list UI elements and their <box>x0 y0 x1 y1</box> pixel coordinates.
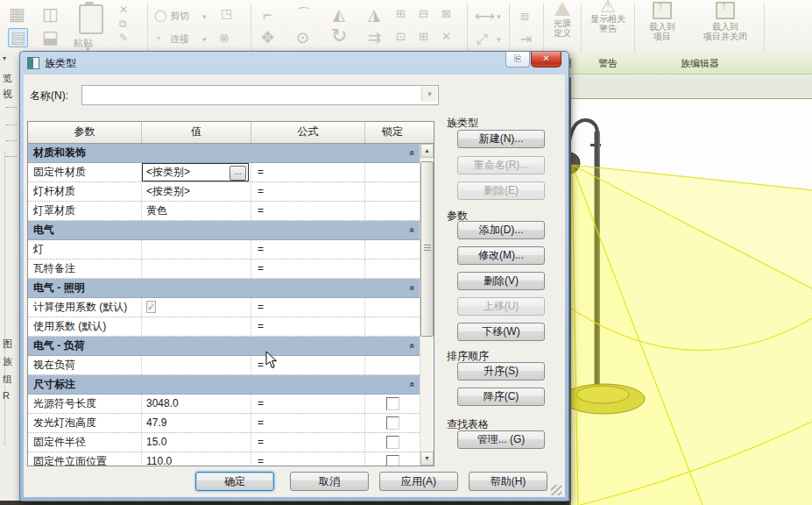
lock-cell[interactable] <box>365 452 420 466</box>
light-source-icon <box>554 2 570 16</box>
param-row: 瓦特备注= <box>28 260 420 279</box>
dialog-title-bar[interactable]: 族类型 <box>24 52 565 75</box>
modify-param-button[interactable]: 修改(M)... <box>457 246 545 265</box>
param-value-cell[interactable]: <按类别>… <box>142 163 251 181</box>
formula-cell[interactable]: = <box>251 317 365 336</box>
group-row[interactable]: 电气 - 照明 « <box>28 279 420 298</box>
param-row: 固定件半径15.0= <box>28 433 420 452</box>
help-button[interactable]: 帮助(H) <box>469 472 547 491</box>
param-value-cell[interactable]: 47.9 <box>142 414 251 432</box>
add-param-button[interactable]: 添加(D)... <box>457 221 545 239</box>
formula-cell[interactable]: = <box>251 395 365 413</box>
param-value-cell[interactable]: 3048.0 <box>142 395 251 413</box>
load-into-icon: ⇥ <box>520 32 532 46</box>
param-row: 灯杆材质<按类别>= <box>28 182 420 202</box>
lock-cell[interactable] <box>365 414 420 432</box>
view-top-band <box>571 77 812 99</box>
lamp-arm <box>571 120 597 154</box>
param-value-cell[interactable] <box>142 240 251 259</box>
unpin-icon: ⊡ <box>396 31 406 42</box>
col-header-value: 值 <box>142 122 251 143</box>
show-related-warnings-button[interactable]: ⚠ 显示相关 警告 <box>583 2 632 33</box>
lock-checkbox[interactable] <box>386 397 399 410</box>
param-name-cell: 视在负荷 <box>28 356 142 374</box>
apply-button[interactable]: 应用(A) <box>379 472 458 491</box>
manage-lookup-button[interactable]: 管理... (G) <box>457 430 545 449</box>
param-value-cell[interactable] <box>142 260 251 278</box>
lock-cell[interactable] <box>365 433 420 452</box>
param-value-cell[interactable] <box>142 317 251 336</box>
browser-item: 览 <box>3 72 12 85</box>
group-row[interactable]: 材质和装饰 « <box>28 144 420 163</box>
name-label: 名称(N): <box>30 89 68 103</box>
scrollbar-thumb[interactable] <box>420 161 434 337</box>
formula-cell[interactable]: = <box>251 298 365 317</box>
param-value-cell[interactable]: 110.0 <box>142 452 251 466</box>
formula-cell[interactable]: = <box>251 163 365 181</box>
group-row[interactable]: 尺寸标注 « <box>28 375 420 395</box>
param-name-cell: 固定件半径 <box>28 433 142 452</box>
table-scrollbar[interactable]: ▲ ▼ <box>420 144 434 466</box>
dialog-help-button[interactable]: ⎘ <box>505 52 530 68</box>
dialog-icon <box>27 57 39 69</box>
formula-cell[interactable]: = <box>251 260 365 278</box>
ok-button[interactable]: 确定 <box>195 472 274 491</box>
new-type-button[interactable]: 新建(N)... <box>457 130 545 148</box>
move-up-button: 上移(U) <box>457 297 545 316</box>
type-name-combobox[interactable]: ▾ <box>81 85 439 105</box>
param-name-cell: 固定件立面位置 <box>28 452 142 466</box>
load-into-project-close-button[interactable]: 载入到 项目并关闭 <box>690 2 760 41</box>
param-value-cell[interactable]: <按类别> <box>142 182 251 201</box>
lock-cell <box>365 240 420 259</box>
load-into-project-button[interactable]: 载入到 项目 <box>638 2 687 41</box>
sort-asc-button[interactable]: 升序(S) <box>457 362 545 381</box>
lock-checkbox[interactable] <box>386 416 399 430</box>
param-name-cell: 灯杆材质 <box>28 182 142 201</box>
browser-dropdown-icon[interactable]: ▾ <box>3 54 6 62</box>
param-value-cell[interactable]: ✓ <box>142 298 251 317</box>
selected-value-cell[interactable]: <按类别>… <box>142 163 249 181</box>
browse-material-button[interactable]: … <box>229 166 246 181</box>
move-down-button[interactable]: 下移(W) <box>457 323 545 341</box>
formula-cell[interactable]: = <box>251 240 365 259</box>
col-header-formula: 公式 <box>251 122 365 143</box>
param-name-cell: 瓦特备注 <box>28 260 142 278</box>
chevron-down-icon[interactable]: ▾ <box>421 87 437 102</box>
collapse-icon[interactable]: « <box>403 338 420 354</box>
formula-cell[interactable]: = <box>251 182 365 201</box>
scroll-down-icon[interactable]: ▼ <box>420 452 434 466</box>
param-value-cell[interactable] <box>142 356 251 374</box>
formula-cell[interactable]: = <box>251 202 365 220</box>
close-icon[interactable]: ✕ <box>531 52 561 68</box>
param-value-cell[interactable]: 黄色 <box>142 202 251 220</box>
param-name-cell: 计算使用系数 (默认) <box>28 298 142 317</box>
param-row: 灯罩材质黄色= <box>28 202 420 221</box>
collapse-icon[interactable]: « <box>403 146 420 161</box>
lock-cell <box>365 260 420 278</box>
revit-family-editor-screen: ▦▤◫⬓✕⧉✎◯◔◳⊗⌐⌒◭◮✥⊙↻⇉⊞⊟⊠⊡⊞✕⟷⤢⧈⇥▾▾▾▾▾ 粘贴 剪切… <box>0 0 812 505</box>
panel-label-family-editor: 族编辑器 <box>636 53 764 74</box>
sort-desc-button[interactable]: 降序(C) <box>457 388 545 406</box>
resize-grip[interactable] <box>551 485 561 495</box>
collapse-icon[interactable]: « <box>403 223 420 238</box>
group-row[interactable]: 电气 « <box>28 221 420 240</box>
lock-checkbox[interactable] <box>386 436 399 449</box>
param-name-cell: 固定件材质 <box>28 163 142 181</box>
formula-cell[interactable]: = <box>251 433 365 452</box>
3d-view[interactable] <box>569 77 812 505</box>
cut-geometry-icon: ◯ <box>154 10 167 21</box>
collapse-icon[interactable]: « <box>403 377 420 393</box>
copy-small-icon: ⧉ <box>119 18 127 29</box>
remove-param-button[interactable]: 删除(V) <box>457 272 545 290</box>
group-row[interactable]: 电气 - 负荷 « <box>28 337 420 356</box>
lock-checkbox[interactable] <box>386 455 399 466</box>
param-value-cell[interactable]: 15.0 <box>142 433 251 452</box>
formula-cell[interactable]: = <box>251 452 365 466</box>
group-label: 电气 <box>28 221 404 239</box>
collapse-icon[interactable]: « <box>403 281 420 296</box>
rename-type-button: 重命名(R)... <box>457 156 545 174</box>
scroll-up-icon[interactable]: ▲ <box>420 144 434 158</box>
cancel-button[interactable]: 取消 <box>290 472 369 491</box>
formula-cell[interactable]: = <box>251 414 365 432</box>
lock-cell[interactable] <box>365 395 420 413</box>
